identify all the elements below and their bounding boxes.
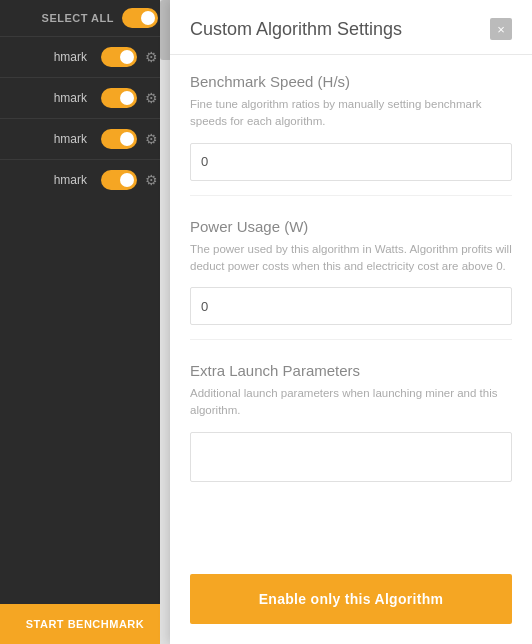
algo-row-4: hmark ⚙ — [0, 159, 170, 200]
divider-2 — [190, 339, 512, 340]
algo-name-2: hmark — [12, 91, 93, 105]
select-all-row: SELECT ALL — [0, 0, 170, 36]
algo-toggle-4[interactable] — [101, 170, 137, 190]
power-usage-input[interactable] — [190, 287, 512, 325]
algo-toggle-2[interactable] — [101, 88, 137, 108]
modal-panel: Custom Algorithm Settings × Benchmark Sp… — [170, 0, 532, 644]
benchmark-speed-section: Benchmark Speed (H/s) Fine tune algorith… — [190, 55, 512, 191]
extra-launch-input[interactable] — [190, 432, 512, 482]
divider-1 — [190, 195, 512, 196]
algo-row-1: hmark ⚙ — [0, 36, 170, 77]
gear-icon-2[interactable]: ⚙ — [145, 90, 158, 106]
benchmark-speed-desc: Fine tune algorithm ratios by manually s… — [190, 96, 512, 131]
modal-body: Benchmark Speed (H/s) Fine tune algorith… — [170, 55, 532, 560]
modal-title: Custom Algorithm Settings — [190, 19, 402, 40]
enable-only-button[interactable]: Enable only this Algorithm — [190, 574, 512, 624]
extra-launch-desc: Additional launch parameters when launch… — [190, 385, 512, 420]
gear-icon-1[interactable]: ⚙ — [145, 49, 158, 65]
algo-name-1: hmark — [12, 50, 93, 64]
power-usage-title: Power Usage (W) — [190, 218, 512, 235]
extra-launch-section: Extra Launch Parameters Additional launc… — [190, 344, 512, 496]
power-usage-section: Power Usage (W) The power used by this a… — [190, 200, 512, 336]
algo-row-3: hmark ⚙ — [0, 118, 170, 159]
modal-footer: Enable only this Algorithm — [170, 560, 532, 644]
gear-icon-4[interactable]: ⚙ — [145, 172, 158, 188]
extra-launch-title: Extra Launch Parameters — [190, 362, 512, 379]
select-all-toggle[interactable] — [122, 8, 158, 28]
algo-row-2: hmark ⚙ — [0, 77, 170, 118]
close-button[interactable]: × — [490, 18, 512, 40]
benchmark-speed-input[interactable] — [190, 143, 512, 181]
algo-toggle-1[interactable] — [101, 47, 137, 67]
select-all-label: SELECT ALL — [42, 12, 114, 24]
start-benchmark-button[interactable]: START BENCHMARK — [0, 604, 170, 644]
algo-name-4: hmark — [12, 173, 93, 187]
algo-name-3: hmark — [12, 132, 93, 146]
modal-header: Custom Algorithm Settings × — [170, 0, 532, 55]
left-panel: SELECT ALL hmark ⚙ hmark ⚙ hmark ⚙ hmark… — [0, 0, 170, 644]
power-usage-desc: The power used by this algorithm in Watt… — [190, 241, 512, 276]
gear-icon-3[interactable]: ⚙ — [145, 131, 158, 147]
algo-toggle-3[interactable] — [101, 129, 137, 149]
benchmark-speed-title: Benchmark Speed (H/s) — [190, 73, 512, 90]
